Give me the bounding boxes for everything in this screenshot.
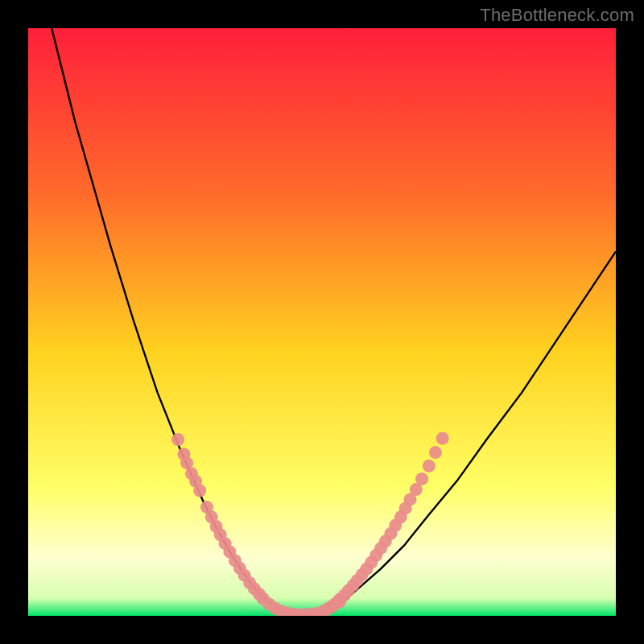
marker-dot: [429, 446, 442, 459]
watermark-text: TheBottleneck.com: [480, 5, 634, 26]
marker-dot: [415, 473, 428, 485]
bottleneck-chart: [28, 28, 616, 616]
marker-dot: [193, 485, 206, 497]
marker-dot: [436, 432, 449, 445]
chart-background: [28, 28, 616, 616]
chart-frame: [28, 28, 616, 616]
marker-dot: [423, 460, 436, 473]
marker-dot: [171, 433, 184, 446]
